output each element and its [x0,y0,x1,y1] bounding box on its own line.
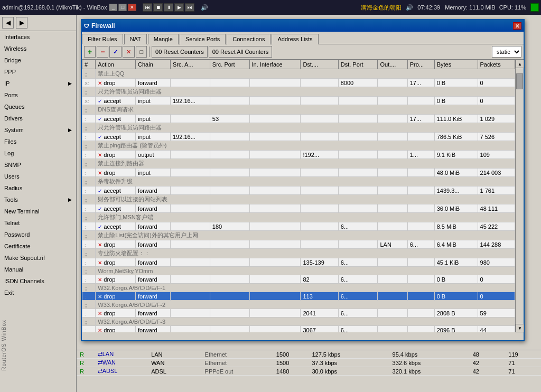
sidebar-item-log[interactable]: Log [0,147,76,159]
sidebar-item-label: SNMP [4,162,21,168]
col-src-addr[interactable]: Src. A... [170,60,210,69]
accept-icon: ✓ [98,224,102,230]
scroll-down-button[interactable]: ▼ [516,324,524,332]
sidebar-item-wireless[interactable]: Wireless [0,43,76,54]
table-row[interactable]: X: ✓ accept input 192.16... 0 B 0 [82,97,515,105]
sidebar-item-make-supout[interactable]: Make Supout.rif [0,252,76,264]
cell-dst-addr [301,222,338,231]
tab-address-lists[interactable]: Address Lists [272,34,318,44]
col-dst-addr[interactable]: Dst.... [301,60,338,69]
cell-action: ✓ accept [96,97,136,105]
sidebar-item-interfaces[interactable]: Interfaces [0,31,76,43]
cell-bytes: 0 B [434,275,478,284]
col-packets[interactable]: Packets [478,60,515,69]
close-button[interactable]: ✕ [128,4,136,11]
table-row[interactable]: : ✓ accept input 53 17... 111.0 KiB 1 02… [82,115,515,123]
maximize-button[interactable]: □ [118,4,127,11]
col-proto[interactable]: Pro... [407,60,434,69]
media-play[interactable]: ▶ [174,3,184,12]
interface-row[interactable]: R ⇄ADSL ADSL PPPoE out 1480 30.0 kbps 32… [77,367,541,376]
table-row[interactable]: : ✕ drop forward 113 6... 0 B 0 [82,292,515,301]
sidebar-item-new-terminal[interactable]: New Terminal [0,206,76,217]
table-row[interactable]: : ✕ drop forward 82 6... 0 B 0 [82,275,515,284]
col-bytes[interactable]: Bytes [434,60,478,69]
tab-nat[interactable]: NAT [124,34,147,44]
col-chain[interactable]: Chain [136,60,171,69]
cell-in-iface [249,79,301,87]
col-src-port[interactable]: Src. Port [210,60,249,69]
sidebar-item-bridge[interactable]: Bridge [0,54,76,66]
sidebar-item-ppp[interactable]: PPP [0,66,76,78]
sidebar-item-users[interactable]: Users [0,171,76,182]
col-action[interactable]: Action [96,60,136,69]
col-in-iface[interactable]: In. Interface [249,60,301,69]
app-title: admin@192.168.0.1 (MikroTik) - WinBox [2,4,107,11]
sidebar-item-password[interactable]: Password [0,229,76,240]
tab-service-ports[interactable]: Service Ports [180,34,226,44]
sidebar-item-drivers[interactable]: Drivers [0,113,76,124]
tab-connections[interactable]: Connections [227,34,270,44]
reset-all-counters-button[interactable]: 00 Reset All Counters [209,46,272,58]
cell-src-addr [170,309,210,318]
sidebar-item-certificate[interactable]: Certificate [0,240,76,252]
interface-row[interactable]: R ⇄WAN WAN Ethernet 1500 37.3 kbps 332.6… [77,359,541,367]
cell-src-port [210,151,249,159]
interface-row[interactable]: R ⇄LAN LAN Ethernet 1500 127.5 kbps 95.4… [77,350,541,359]
media-pause[interactable]: ⏸ [164,3,173,12]
minimize-button[interactable]: _ [109,4,117,11]
table-row[interactable]: : ✕ drop output !192... 1... 9.1 KiB 109 [82,151,515,159]
table-row[interactable]: : ✕ drop forward LAN 6... 6.4 MiB 144 28… [82,240,515,249]
drop-icon: ✕ [98,294,102,300]
sidebar-item-manual[interactable]: Manual [0,264,76,275]
cell-action: ✓ accept [96,204,136,213]
sidebar-item-telnet[interactable]: Telnet [0,217,76,229]
table-row[interactable]: : ✕ drop forward 3067 6... 2096 B 44 [82,326,515,333]
media-stop[interactable]: ⏹ [153,3,163,12]
table-row[interactable]: : ✕ drop input 48.0 MiB 214 003 [82,169,515,177]
scroll-track[interactable] [516,68,524,324]
firewall-close-button[interactable]: ✕ [513,22,521,30]
add-rule-button[interactable]: + [84,46,96,58]
remove-rule-button[interactable]: − [97,46,108,58]
disable-rule-button[interactable]: ✕ [123,46,135,58]
cell-bytes: 111.0 KiB [434,115,478,123]
sidebar-item-queues[interactable]: Queues [0,101,76,113]
sidebar-item-snmp[interactable]: SNMP [0,159,76,171]
nav-back-button[interactable]: ◀ [2,17,14,29]
scrollbar[interactable]: ▲ ▼ [515,60,524,332]
sidebar-item-system[interactable]: System ▶ [0,124,76,136]
table-row[interactable]: : ✓ accept forward 1439.3... 1 761 [82,186,515,195]
col-hash[interactable]: # [82,60,96,69]
sidebar-item-radius[interactable]: Radius [0,182,76,194]
sidebar-item-tools[interactable]: Tools ▶ [0,194,76,206]
media-next[interactable]: ⏭ [185,3,194,12]
table-row[interactable]: : ✓ accept forward 180 6... 8.5 MiB 45 2… [82,222,515,231]
view-dropdown[interactable]: static [492,46,521,58]
table-row[interactable]: : ✓ accept forward 36.0 MiB 48 111 [82,204,515,213]
cell-bytes: 786.5 KiB [434,133,478,141]
sidebar-item-label: System [4,127,24,133]
cell-id: : [82,133,96,141]
sidebar-item-ports[interactable]: Ports [0,89,76,101]
tab-mangle[interactable]: Mangle [148,34,179,44]
nav-forward-button[interactable]: ▶ [16,17,27,29]
reset-counters-button[interactable]: 00 Reset Counters [152,46,208,58]
enable-rule-button[interactable]: ✓ [109,46,122,58]
sidebar-item-files[interactable]: Files [0,136,76,147]
col-out[interactable]: Out.... [378,60,407,69]
table-row[interactable]: : ✓ accept input 192.16... 786.5 KiB 7 5… [82,133,515,141]
tab-filter-rules[interactable]: Filter Rules [82,34,123,44]
cell-src-addr [170,222,210,231]
sidebar-item-exit[interactable]: Exit [0,287,76,298]
sidebar-item-ip[interactable]: IP ▶ [0,78,76,89]
sidebar-item-isdn[interactable]: ISDN Channels [0,275,76,287]
table-row[interactable]: : ✕ drop forward 135-139 6... 45.1 KiB 9… [82,258,515,267]
cell-out [378,326,407,333]
comment-button[interactable]: □ [136,46,147,58]
col-dst-port[interactable]: Dst. Port [338,60,378,69]
media-prev[interactable]: ⏮ [143,3,152,12]
scroll-up-button[interactable]: ▲ [516,60,524,68]
scroll-thumb[interactable] [516,73,523,89]
table-row[interactable]: : ✕ drop forward 2041 6... 2808 B 59 [82,309,515,318]
table-row[interactable]: X: ✕ drop forward 8000 17... 0 B 0 [82,79,515,87]
